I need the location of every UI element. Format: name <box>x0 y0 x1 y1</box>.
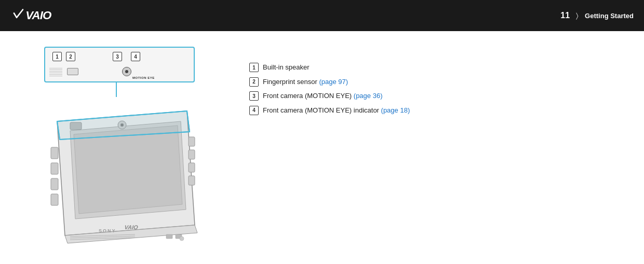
desc-link-4[interactable]: (page 18) <box>381 106 410 114</box>
camera-dot <box>125 70 128 73</box>
desc-link-2[interactable]: (page 97) <box>319 78 348 86</box>
desc-item-4: 4 Front camera (MOTION EYE) indicator (p… <box>249 105 628 116</box>
connector-line <box>116 82 117 97</box>
desc-badge-2: 2 <box>249 77 259 87</box>
svg-text:VAIO: VAIO <box>124 224 139 230</box>
desc-link-3[interactable]: (page 36) <box>354 92 383 100</box>
svg-rect-8 <box>189 176 195 185</box>
desc-badge-3: 3 <box>249 91 259 101</box>
main-content: 1 2 3 4 MOTION EYE <box>0 31 644 264</box>
desc-item-2: 2 Fingerprint sensor (page 97) <box>249 77 628 87</box>
fingerprint-sensor <box>67 68 78 75</box>
svg-text:VAIO: VAIO <box>25 9 51 22</box>
chevron-right-icon: 〉 <box>576 11 579 20</box>
section-label: Getting Started <box>585 12 634 20</box>
svg-point-11 <box>180 237 184 241</box>
page-number: 11 <box>560 11 570 20</box>
vaio-logo-container: VAIO <box>10 8 64 23</box>
desc-item-1: 1 Built-in speaker <box>249 62 628 73</box>
desc-badge-4: 4 <box>249 106 259 115</box>
callout-badge-4: 4 <box>131 52 140 61</box>
callout-badge-2: 2 <box>66 52 75 61</box>
header-bar: VAIO 11 〉 Getting Started <box>0 0 644 31</box>
svg-rect-6 <box>189 150 195 159</box>
desc-text-4: Front camera (MOTION EYE) indicator (pag… <box>263 105 410 116</box>
desc-badge-1: 1 <box>249 63 259 72</box>
desc-text-1: Built-in speaker <box>263 62 310 73</box>
desc-text-2: Fingerprint sensor (page 97) <box>263 77 348 87</box>
speaker-grille <box>49 67 62 76</box>
svg-rect-1 <box>51 147 58 159</box>
callout-badge-3: 3 <box>113 52 122 61</box>
svg-rect-4 <box>51 194 58 205</box>
svg-rect-7 <box>189 163 195 172</box>
desc-text-3: Front camera (MOTION EYE) (page 36) <box>263 91 382 101</box>
desc-item-3: 3 Front camera (MOTION EYE) (page 36) <box>249 91 628 101</box>
header-right: 11 〉 Getting Started <box>560 11 634 20</box>
description-section: 1 Built-in speaker 2 Fingerprint sensor … <box>223 41 644 254</box>
device-illustration-section: 1 2 3 4 MOTION EYE <box>0 41 223 254</box>
camera-lens <box>122 67 131 76</box>
laptop-svg: VAIO SONY <box>31 93 208 254</box>
vaio-logo-icon: VAIO <box>10 8 64 23</box>
svg-rect-3 <box>51 178 58 190</box>
callout-badge-1: 1 <box>52 52 62 61</box>
svg-rect-2 <box>51 163 58 174</box>
laptop-illustration: VAIO SONY <box>31 93 208 254</box>
strip-diagram: 1 2 3 4 MOTION EYE <box>44 47 195 82</box>
svg-text:SONY: SONY <box>99 228 116 233</box>
svg-rect-9 <box>166 234 172 239</box>
svg-rect-5 <box>189 137 195 146</box>
motion-eye-label: MOTION EYE <box>132 76 155 79</box>
